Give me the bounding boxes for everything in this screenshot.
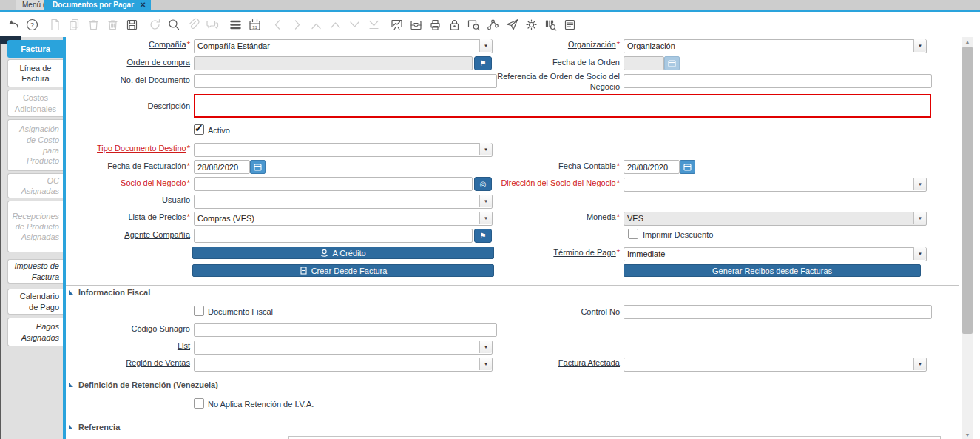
documento-fiscal-checkbox[interactable] (194, 306, 204, 316)
control-no-field[interactable] (624, 305, 932, 319)
agente-compania-field[interactable] (194, 229, 473, 243)
tipo-documento-destino-combobox[interactable]: ▼ (194, 142, 493, 156)
attachment-icon[interactable] (186, 17, 200, 32)
imprimir-descuento-checkbox[interactable] (628, 229, 638, 239)
record-search-icon[interactable]: ⚑ (474, 229, 492, 243)
delete-icon[interactable] (86, 17, 101, 32)
organizacion-combobox[interactable]: ▼ (624, 38, 927, 53)
undo-icon[interactable] (5, 17, 20, 32)
label-usuario[interactable]: Usuario (44, 195, 190, 206)
section-collapse-icon[interactable] (69, 290, 73, 295)
moneda-combobox[interactable]: ▼ (624, 211, 927, 225)
credit-icon (320, 249, 328, 257)
section-informacion-fiscal[interactable]: Informacion Fiscal (69, 288, 150, 297)
label-socio-del-negocio[interactable]: Socio del Negocio* (44, 178, 190, 189)
termino-de-pago-combobox[interactable]: ▼ (624, 247, 927, 261)
no-del-documento-field[interactable] (194, 74, 497, 88)
socio-del-negocio-field[interactable] (194, 177, 473, 191)
descripcion-textarea[interactable] (194, 94, 931, 118)
codigo-sunagro-field[interactable] (194, 323, 497, 337)
chevron-down-icon[interactable]: ▼ (913, 247, 926, 260)
chevron-down-icon[interactable]: ▼ (479, 195, 492, 207)
scroll-down-icon[interactable]: ▼ (962, 430, 973, 439)
section-collapse-icon[interactable] (69, 383, 73, 387)
report-window-icon[interactable] (562, 17, 577, 32)
calendar-icon[interactable]: 31 (247, 17, 262, 32)
label-region-de-ventas[interactable]: Región de Ventas (44, 358, 190, 369)
label-moneda[interactable]: Moneda* (473, 212, 620, 223)
compania-combobox[interactable]: ▼ (194, 38, 493, 53)
sidebar-tab-calendario-de-pago[interactable]: Calendario de Pago (7, 289, 63, 315)
list-combobox[interactable]: ▼ (194, 340, 493, 354)
report-icon[interactable] (389, 17, 404, 32)
preferences-icon[interactable] (524, 17, 538, 32)
vertical-scrollbar[interactable]: ▲ ▼ (962, 37, 973, 439)
previous-record-icon[interactable] (328, 17, 342, 32)
fecha-contable-field[interactable] (624, 160, 680, 174)
label-orden-de-compra[interactable]: Orden de compra (44, 58, 190, 68)
copy-record-icon[interactable] (67, 17, 81, 32)
close-icon[interactable]: ✕ (140, 0, 146, 10)
section-referencia[interactable]: Referencia (69, 423, 120, 432)
chevron-down-icon[interactable]: ▼ (913, 358, 926, 370)
new-record-icon[interactable] (47, 17, 62, 32)
previous-icon[interactable] (270, 17, 285, 32)
help-icon[interactable]: ? (24, 17, 39, 32)
scrollbar-thumb[interactable] (962, 47, 973, 334)
chevron-down-icon[interactable]: ▼ (479, 341, 492, 353)
find-icon[interactable] (166, 17, 181, 32)
a-credito-button[interactable]: A Crédito (192, 247, 494, 259)
lista-de-precios-combobox[interactable]: ▼ (194, 211, 493, 225)
label-lista-de-precios[interactable]: Lista de Precios* (44, 212, 190, 223)
label-descripcion: Descripción (44, 101, 190, 112)
next-record-icon[interactable] (347, 17, 362, 32)
next-icon[interactable] (289, 17, 304, 32)
chevron-down-icon[interactable]: ▼ (479, 143, 492, 155)
archive-icon[interactable] (408, 17, 423, 32)
last-record-icon[interactable] (366, 17, 381, 32)
calendar-picker-icon[interactable] (250, 160, 266, 174)
chevron-down-icon[interactable]: ▼ (913, 212, 926, 224)
label-termino-de-pago[interactable]: Término de Pago* (473, 248, 620, 258)
label-tipo-documento-destino[interactable]: Tipo Documento Destino* (44, 144, 190, 154)
label-compania[interactable]: Compañía* (44, 40, 190, 50)
region-de-ventas-combobox[interactable]: ▼ (194, 357, 493, 371)
label-factura-afectada[interactable]: Factura Afectada (473, 358, 620, 369)
sidebar-tab-impuesto-de-factura[interactable]: Impuesto de Factura (7, 259, 63, 284)
scroll-up-icon[interactable]: ▲ (962, 37, 973, 46)
label-direccion-socio[interactable]: Dirección del Socio del Negocio* (442, 178, 620, 189)
referencia-field-partial[interactable] (288, 436, 941, 439)
activo-checkbox[interactable] (194, 124, 204, 135)
toggle-grid-icon[interactable] (228, 17, 243, 32)
chat-icon[interactable] (205, 17, 220, 32)
product-info-icon[interactable] (543, 17, 558, 32)
label-list[interactable]: List (44, 341, 190, 352)
calendar-picker-icon[interactable] (680, 160, 695, 174)
first-record-icon[interactable] (308, 17, 323, 32)
chevron-down-icon[interactable]: ▼ (913, 178, 926, 190)
workflow-icon[interactable] (485, 17, 500, 32)
send-icon[interactable] (504, 17, 519, 32)
delete-selection-icon[interactable] (105, 17, 120, 32)
tab-documentos-por-pagar[interactable]: Documentos por Pagar ✕ (44, 0, 151, 10)
refresh-icon[interactable] (147, 17, 162, 32)
label-organizacion[interactable]: Organización* (473, 40, 620, 50)
usuario-combobox[interactable]: ▼ (194, 194, 493, 208)
save-icon[interactable] (124, 17, 139, 32)
section-definicion-retencion[interactable]: Definición de Retención (Venezuela) (69, 381, 218, 389)
referencia-orden-field[interactable] (624, 74, 932, 88)
direccion-socio-combobox[interactable]: ▼ (624, 177, 927, 191)
section-collapse-icon[interactable] (69, 425, 73, 429)
calendar-picker-icon (664, 56, 680, 70)
section-divider (66, 285, 959, 286)
lock-icon[interactable] (447, 17, 462, 32)
fecha-facturacion-field[interactable] (194, 160, 250, 174)
label-agente-compania[interactable]: Agente Compañía (44, 230, 190, 241)
crear-desde-factura-button[interactable]: Crear Desde Factura (192, 264, 494, 277)
zoom-across-icon[interactable] (466, 17, 481, 32)
chevron-down-icon[interactable]: ▼ (913, 39, 926, 52)
no-aplica-retencion-checkbox[interactable] (194, 398, 204, 409)
factura-afectada-combobox[interactable]: ▼ (624, 357, 927, 371)
generar-recibos-button[interactable]: Generar Recibos desde Facturas (624, 264, 921, 277)
print-icon[interactable] (428, 17, 442, 32)
